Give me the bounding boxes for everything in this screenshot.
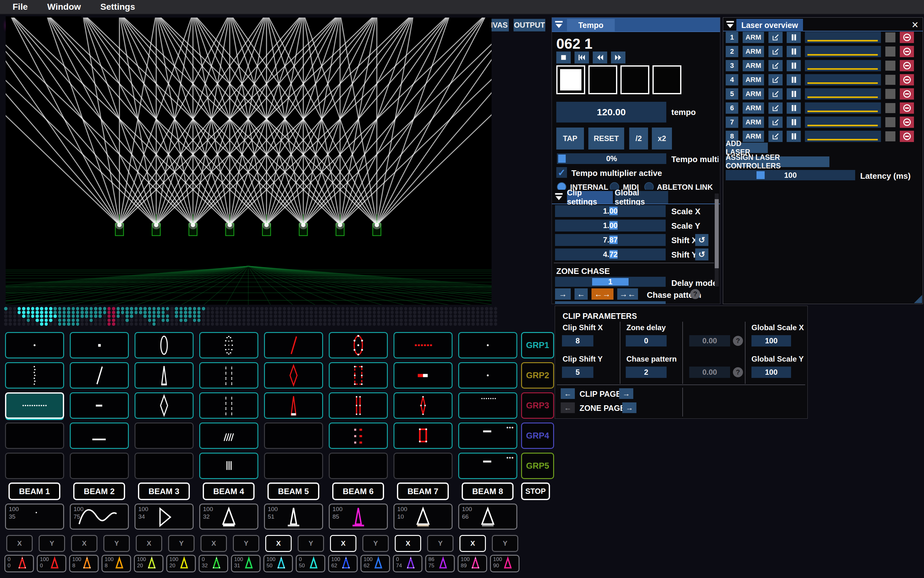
clip-cell[interactable] bbox=[70, 362, 129, 388]
group-button-grp4[interactable]: GRP4 bbox=[521, 422, 554, 449]
disable-laser-7-button[interactable] bbox=[900, 117, 914, 128]
disable-laser-1-button[interactable] bbox=[900, 32, 914, 43]
edit-laser-5-button[interactable] bbox=[768, 88, 782, 99]
laser-6-color-swatch[interactable] bbox=[885, 103, 895, 113]
palette-cell[interactable]: 10090 bbox=[490, 555, 519, 572]
pause-laser-6-button[interactable] bbox=[787, 102, 801, 114]
clip-cell[interactable] bbox=[394, 392, 452, 419]
tap-button[interactable]: TAP bbox=[556, 128, 584, 149]
group-button-grp3[interactable]: GRP3 bbox=[521, 392, 554, 419]
clip-cell[interactable] bbox=[199, 453, 258, 479]
clip-cell[interactable] bbox=[70, 392, 129, 419]
clip-cell[interactable] bbox=[70, 332, 129, 359]
clip-cell[interactable] bbox=[135, 422, 194, 449]
help-icon[interactable]: ? bbox=[733, 367, 743, 377]
chase-pattern-0[interactable]: → bbox=[555, 288, 571, 300]
clip-cell[interactable] bbox=[5, 392, 64, 419]
laser-4-intensity-slider[interactable] bbox=[805, 74, 881, 86]
wave-clip-cell[interactable]: 10051 bbox=[264, 503, 323, 529]
clip-cell[interactable] bbox=[394, 422, 452, 449]
group-button-grp5[interactable]: GRP5 bbox=[521, 453, 554, 479]
panel-collapse-icon[interactable] bbox=[554, 192, 564, 202]
pause-laser-2-button[interactable] bbox=[787, 46, 801, 57]
disable-laser-3-button[interactable] bbox=[900, 60, 914, 71]
clip-cell[interactable] bbox=[264, 453, 323, 479]
wave-clip-cell[interactable]: 10066 bbox=[458, 503, 517, 529]
laser-5-color-swatch[interactable] bbox=[885, 89, 895, 99]
clip-cell[interactable] bbox=[329, 392, 388, 419]
skip-start-button[interactable] bbox=[574, 52, 589, 63]
pause-laser-7-button[interactable] bbox=[787, 117, 801, 128]
clip-cell[interactable] bbox=[135, 453, 194, 479]
laser-8-intensity-slider[interactable] bbox=[805, 131, 881, 142]
clip-cell[interactable] bbox=[264, 362, 323, 388]
palette-cell[interactable]: 10050 bbox=[264, 555, 293, 572]
laser-2-color-swatch[interactable] bbox=[885, 47, 895, 57]
palette-cell[interactable]: 050 bbox=[296, 555, 325, 572]
assign-laser-controllers-button[interactable]: ASSIGN LASER CONTROLLERS bbox=[726, 156, 830, 167]
clip-cell[interactable] bbox=[199, 392, 258, 419]
disable-laser-8-button[interactable] bbox=[900, 131, 914, 142]
clip-cell[interactable] bbox=[199, 332, 258, 359]
tempo-multiplier-checkbox[interactable]: ✓ bbox=[556, 167, 567, 178]
clip-cell[interactable] bbox=[264, 332, 323, 359]
laser-8-color-swatch[interactable] bbox=[885, 131, 895, 141]
palette-cell[interactable]: 00 bbox=[5, 555, 34, 572]
pause-laser-8-button[interactable] bbox=[787, 131, 801, 142]
laser-1-intensity-slider[interactable] bbox=[805, 32, 881, 43]
zone-page-prev-button[interactable]: ← bbox=[561, 403, 575, 413]
beam-button-1[interactable]: BEAM 1 bbox=[8, 482, 60, 500]
axis-toggle-x-4[interactable]: X bbox=[200, 535, 227, 552]
laser-6-intensity-slider[interactable] bbox=[805, 102, 881, 114]
clip-cell[interactable] bbox=[458, 332, 517, 359]
axis-toggle-y-1[interactable]: Y bbox=[39, 535, 65, 552]
clip-page-next-button[interactable]: → bbox=[619, 388, 633, 399]
clip-setting-field-scale-x[interactable]: 1.00 bbox=[555, 205, 666, 217]
palette-cell[interactable]: 032 bbox=[198, 555, 228, 572]
axis-toggle-y-7[interactable]: Y bbox=[427, 535, 454, 552]
fast-forward-button[interactable] bbox=[611, 52, 625, 63]
beam-button-7[interactable]: BEAM 7 bbox=[397, 482, 449, 500]
chase-pattern-1[interactable]: ← bbox=[574, 288, 588, 300]
rewind-button[interactable] bbox=[593, 52, 607, 63]
arm-laser-6-button[interactable]: ARM bbox=[743, 102, 764, 114]
global-scale-x-field[interactable]: 100 bbox=[752, 335, 791, 346]
clip-cell[interactable] bbox=[329, 422, 388, 449]
group-button-grp2[interactable]: GRP2 bbox=[521, 362, 554, 388]
clip-cell[interactable] bbox=[458, 392, 517, 419]
edit-laser-2-button[interactable] bbox=[768, 46, 782, 57]
wave-clip-cell[interactable]: 10085 bbox=[329, 503, 388, 529]
laser-4-color-swatch[interactable] bbox=[885, 75, 895, 85]
delay-mode-handle[interactable]: 1 bbox=[592, 278, 629, 286]
clip-cell[interactable] bbox=[5, 332, 64, 359]
clip-cell[interactable] bbox=[199, 422, 258, 449]
stop-button[interactable] bbox=[556, 52, 571, 63]
axis-toggle-x-3[interactable]: X bbox=[136, 535, 162, 552]
arm-laser-7-button[interactable]: ARM bbox=[743, 117, 764, 128]
wave-clip-cell[interactable]: 10075 bbox=[70, 503, 129, 529]
arm-laser-4-button[interactable]: ARM bbox=[743, 74, 764, 86]
laser-2-intensity-slider[interactable] bbox=[805, 46, 881, 57]
panel-collapse-icon[interactable] bbox=[554, 19, 564, 29]
tempo-value-field[interactable]: 120.00 bbox=[556, 102, 666, 122]
clip-setting-field-scale-y[interactable]: 1.00 bbox=[555, 219, 666, 232]
clip-cell[interactable] bbox=[5, 453, 64, 479]
pause-laser-1-button[interactable] bbox=[787, 32, 801, 43]
aux-field-top[interactable]: 0.00 bbox=[689, 335, 730, 346]
clip-cell[interactable]: ••• bbox=[458, 453, 517, 479]
zone-page-next-button[interactable]: → bbox=[622, 403, 636, 413]
laser-3-color-swatch[interactable] bbox=[885, 61, 895, 71]
help-icon[interactable]: ? bbox=[690, 289, 700, 299]
arm-laser-1-button[interactable]: ARM bbox=[743, 32, 764, 43]
laser-3-intensity-slider[interactable] bbox=[805, 60, 881, 71]
beam-button-8[interactable]: BEAM 8 bbox=[462, 482, 514, 500]
clip-shift-y-field[interactable]: 5 bbox=[562, 367, 593, 378]
edit-laser-8-button[interactable] bbox=[768, 131, 782, 142]
wave-clip-cell[interactable]: 10010 bbox=[394, 503, 452, 529]
stop-button[interactable]: STOP bbox=[521, 482, 550, 500]
palette-cell[interactable]: 10020 bbox=[134, 555, 163, 572]
beam-button-5[interactable]: BEAM 5 bbox=[267, 482, 319, 500]
scrollbar-thumb[interactable] bbox=[715, 199, 719, 268]
wave-clip-cell[interactable]: 10035 bbox=[5, 503, 64, 529]
clip-shift-x-field[interactable]: 8 bbox=[562, 335, 593, 346]
